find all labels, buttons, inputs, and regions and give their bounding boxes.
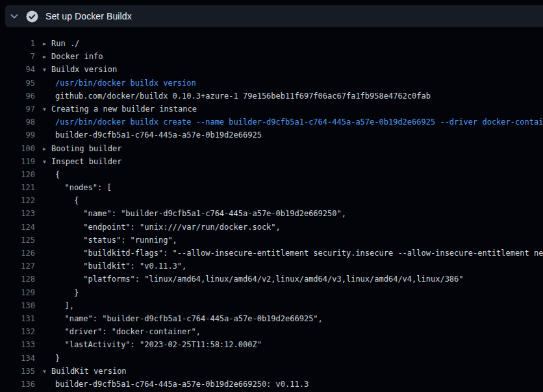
group-title: BuildKit version	[51, 367, 127, 376]
triangle-right-icon[interactable]: ▶	[43, 143, 51, 156]
group-title: Docker info	[51, 52, 103, 61]
line-number[interactable]: 94	[0, 63, 35, 76]
output-text: "name": "builder-d9cfb5a1-c764-445a-a57e…	[55, 312, 323, 325]
log-row: 131 "name": "builder-d9cfb5a1-c764-445a-…	[0, 312, 543, 325]
output-text: "driver": "docker-container",	[55, 325, 201, 338]
line-number[interactable]: 121	[0, 181, 35, 194]
log-row: 99builder-d9cfb5a1-c764-445a-a57e-0b19d2…	[0, 129, 543, 141]
log-row: 123 "name": "builder-d9cfb5a1-c764-445a-…	[0, 207, 543, 220]
triangle-down-icon[interactable]: ▼	[43, 365, 51, 378]
actions-log-panel: Set up Docker Buildx 1▶Run ./7▶Docker in…	[0, 0, 543, 392]
output-text: builder-d9cfb5a1-c764-445a-a57e-0b19d2e6…	[55, 129, 262, 141]
line-number[interactable]: 124	[0, 221, 35, 234]
chevron-down-icon[interactable]	[9, 11, 19, 21]
log-row: 121 "nodes": [	[0, 181, 543, 194]
log-group-row[interactable]: 94▼Buildx version	[0, 63, 543, 76]
log-row: 98/usr/bin/docker buildx create --name b…	[0, 116, 543, 129]
line-number[interactable]: 97	[0, 103, 35, 116]
triangle-right-icon[interactable]: ▶	[43, 38, 51, 51]
log-group-row[interactable]: 1▶Run ./	[0, 37, 543, 50]
log-row: 126 "buildkitd-flags": "--allow-insecure…	[0, 247, 543, 260]
output-text: "status": "running",	[55, 234, 177, 247]
line-number[interactable]: 135	[0, 365, 35, 378]
output-text: {	[55, 168, 60, 181]
output-text: "name": "builder-d9cfb5a1-c764-445a-a57e…	[55, 207, 346, 220]
log-row: 96github.com/docker/buildx 0.10.3+azure-…	[0, 90, 543, 103]
log-row: 122 {	[0, 194, 543, 207]
line-number[interactable]: 134	[0, 352, 35, 365]
log-row: 134}	[0, 352, 543, 365]
log-row: 125 "status": "running",	[0, 234, 543, 247]
log-row: 128 "platforms": "linux/amd64,linux/amd6…	[0, 273, 543, 286]
log-group-row[interactable]: 100▶Booting builder	[0, 142, 543, 155]
log-row: 95/usr/bin/docker buildx version	[0, 77, 543, 90]
log-group-row[interactable]: 135▼BuildKit version	[0, 365, 543, 378]
group-title: Inspect builder	[51, 157, 121, 166]
line-number[interactable]: 1	[0, 37, 35, 50]
log-row: 132 "driver": "docker-container",	[0, 325, 543, 338]
log-lines: 1▶Run ./7▶Docker info94▼Buildx version95…	[0, 37, 543, 392]
triangle-down-icon[interactable]: ▼	[43, 103, 51, 116]
output-text: github.com/docker/buildx 0.10.3+azure-1 …	[55, 90, 431, 103]
output-text: }	[55, 286, 79, 299]
log-row: 133 "lastActivity": "2023-02-25T11:58:12…	[0, 338, 543, 351]
line-number[interactable]: 95	[0, 77, 35, 90]
line-number[interactable]: 125	[0, 234, 35, 247]
step-title: Set up Docker Buildx	[45, 11, 132, 21]
log-row: 124 "endpoint": "unix:///var/run/docker.…	[0, 221, 543, 234]
step-header[interactable]: Set up Docker Buildx	[5, 5, 543, 27]
line-number[interactable]: 98	[0, 116, 35, 129]
line-number[interactable]: 96	[0, 90, 35, 103]
line-number[interactable]: 122	[0, 194, 35, 207]
line-number[interactable]: 129	[0, 286, 35, 299]
log-row: 130 ],	[0, 299, 543, 312]
line-number[interactable]: 127	[0, 260, 35, 273]
output-text: builder-d9cfb5a1-c764-445a-a57e-0b19d2e6…	[55, 378, 309, 391]
group-title: Booting builder	[51, 144, 121, 153]
line-number[interactable]: 126	[0, 247, 35, 260]
output-text: "nodes": [	[55, 181, 112, 194]
log-row: 127 "buildkit": "v0.11.3",	[0, 260, 543, 273]
line-number[interactable]: 100	[0, 142, 35, 155]
triangle-right-icon[interactable]: ▶	[43, 51, 51, 64]
line-number[interactable]: 120	[0, 168, 35, 181]
log-group-row[interactable]: 119▼Inspect builder	[0, 155, 543, 168]
output-text: "lastActivity": "2023-02-25T11:58:12.000…	[55, 338, 262, 351]
log-group-row[interactable]: 97▼Creating a new builder instance	[0, 103, 543, 116]
group-title: Creating a new builder instance	[51, 104, 197, 114]
group-title: Run ./	[51, 39, 79, 48]
group-title: Buildx version	[51, 65, 117, 74]
output-text: }	[55, 352, 60, 365]
log-row: 129 }	[0, 286, 543, 299]
triangle-down-icon[interactable]: ▼	[43, 156, 51, 169]
check-circle-icon	[26, 10, 38, 23]
output-text: {	[55, 194, 79, 207]
output-text: "buildkitd-flags": "--allow-insecure-ent…	[55, 247, 543, 260]
output-text: "buildkit": "v0.11.3",	[55, 260, 186, 273]
line-number[interactable]: 7	[0, 50, 35, 63]
line-number[interactable]: 130	[0, 299, 35, 312]
command-text: /usr/bin/docker buildx version	[55, 77, 196, 90]
log-row: 136builder-d9cfb5a1-c764-445a-a57e-0b19d…	[0, 378, 543, 391]
line-number[interactable]: 99	[0, 129, 35, 141]
log-row: 120{	[0, 168, 543, 181]
line-number[interactable]: 123	[0, 207, 35, 220]
line-number[interactable]: 133	[0, 338, 35, 351]
output-text: ],	[55, 299, 74, 312]
log-group-row[interactable]: 7▶Docker info	[0, 50, 543, 63]
line-number[interactable]: 131	[0, 312, 35, 325]
triangle-down-icon[interactable]: ▼	[43, 64, 51, 77]
line-number[interactable]: 136	[0, 378, 35, 391]
line-number[interactable]: 119	[0, 155, 35, 168]
output-text: "endpoint": "unix:///var/run/docker.sock…	[55, 221, 281, 234]
line-number[interactable]: 128	[0, 273, 35, 286]
line-number[interactable]: 132	[0, 325, 35, 338]
command-text: /usr/bin/docker buildx create --name bui…	[55, 116, 543, 129]
output-text: "platforms": "linux/amd64,linux/amd64/v2…	[55, 273, 464, 286]
